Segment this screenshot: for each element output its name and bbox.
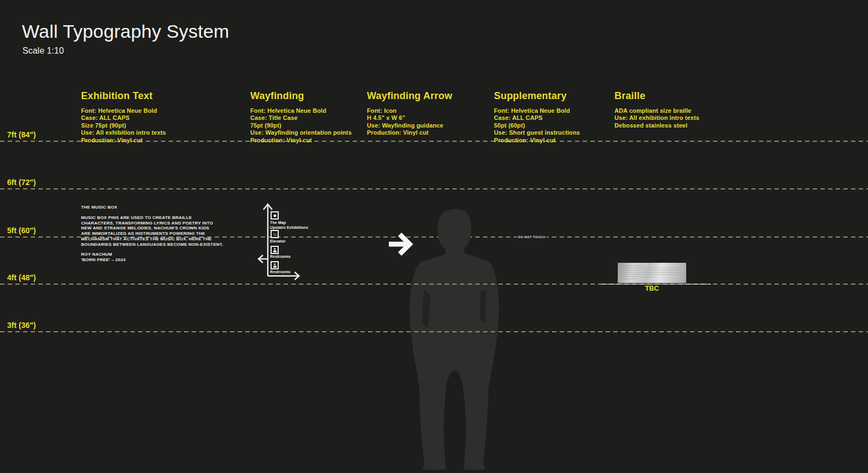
spec-line: Font: Helvetica Neue Bold [250, 107, 352, 114]
page-title: Wall Typography System [22, 21, 229, 42]
braille-dots-row [621, 269, 679, 271]
spec-line: Production: Vinyl cut [250, 137, 352, 144]
spec-column-title: Exhibition Text [81, 90, 166, 102]
wayfinding-arrow-sample [386, 233, 417, 256]
restroom-person-icon [271, 261, 279, 269]
height-label-7ft: 7ft (84") [7, 130, 36, 139]
spec-line: ADA compliant size braille [614, 107, 699, 114]
spec-line: Use: Wayfinding orientation points [250, 129, 352, 136]
spec-line: 50pt (60pt) [494, 122, 580, 129]
height-label-5ft: 5ft (60") [7, 226, 36, 235]
spec-line: Use: All exhibition intro texts [81, 129, 166, 136]
silhouette-body [410, 209, 499, 470]
spec-column-lines: Font: Helvetica Neue BoldCase: ALL CAPS5… [494, 107, 580, 144]
spec-line: Use: Wayfinding guidance [367, 122, 452, 129]
spec-line: Use: Short guest instructions [494, 129, 580, 136]
exhibit-heading: THE MUSIC BOX [81, 205, 223, 210]
spec-column-wayfinding-arrow: Wayfinding Arrow Font: IconH 4.5" x W 6"… [367, 90, 452, 137]
map-dot-icon [271, 211, 279, 220]
spec-line: Font: Icon [367, 107, 452, 114]
exhibit-credit: ROY NACHUM 'BORN FREE' – 2024 [81, 252, 223, 262]
height-label-3ft: 3ft (36") [7, 321, 36, 330]
spec-column-lines: ADA compliant size brailleUse: All exhib… [614, 107, 699, 129]
spec-column-lines: Font: Helvetica Neue BoldCase: ALL CAPSS… [81, 107, 166, 144]
human-silhouette [405, 208, 504, 473]
plaque-caption: TBC [618, 285, 686, 292]
height-line-6ft [0, 188, 868, 189]
scale-label: Scale 1:10 [22, 46, 64, 56]
spec-column-exhibition-text: Exhibition Text Font: Helvetica Neue Bol… [81, 90, 166, 144]
spec-line: 75pt (90pt) [250, 122, 352, 129]
spec-column-title: Braille [614, 90, 699, 102]
height-label-6ft: 6ft (72") [7, 178, 36, 187]
spec-column-wayfinding: Wayfinding Font: Helvetica Neue BoldCase… [250, 90, 352, 144]
spec-column-lines: Font: IconH 4.5" x W 6"Use: Wayfinding g… [367, 107, 452, 137]
wall-typography-poster: Wall Typography System Scale 1:10 7ft (8… [0, 0, 868, 473]
spec-column-title: Wayfinding Arrow [367, 90, 452, 102]
spec-line: Production: Vinyl cut [81, 137, 166, 144]
elevator-icon [271, 230, 279, 238]
spec-column-braille: Braille ADA compliant size brailleUse: A… [614, 90, 699, 129]
braille-plaque [618, 263, 686, 283]
silhouette-right-arm-gap [480, 290, 486, 324]
exhibit-body: MUSIC BOX PINS ARE USED TO CREATE BRAILL… [81, 215, 223, 247]
braille-dots-row [621, 272, 681, 273]
restroom-person-icon [271, 246, 279, 254]
braille-dots-row [621, 278, 637, 280]
height-label-4ft: 4ft (48") [7, 273, 36, 282]
spec-line: Size 75pt (90pt) [81, 122, 166, 129]
spec-line: Debossed stainless steel [614, 122, 699, 129]
sign-label-the-map: The Map [270, 221, 286, 224]
sign-label-upstairs-exhibitions: Upstairs Exhibitions [270, 226, 308, 229]
braille-dots-row [621, 276, 653, 278]
height-line-3ft [0, 331, 868, 332]
spec-line: Case: ALL CAPS [81, 114, 166, 122]
spec-column-supplementary: Supplementary Font: Helvetica Neue BoldC… [494, 90, 580, 144]
braille-dots-row [621, 267, 680, 269]
spec-line: Production: Vinyl cut [367, 129, 452, 136]
exhibition-text-sample: THE MUSIC BOX MUSIC BOX PINS ARE USED TO… [81, 205, 223, 263]
spec-column-lines: Font: Helvetica Neue BoldCase: Title Cas… [250, 107, 352, 144]
spec-column-title: Supplementary [494, 90, 580, 102]
sign-label-elevator: Elevator [270, 239, 285, 243]
spec-line: Case: ALL CAPS [494, 114, 580, 122]
braille-dots-row [621, 265, 643, 267]
spec-column-title: Wayfinding [250, 90, 352, 102]
spec-line: Use: All exhibition intro texts [614, 114, 699, 122]
spec-line: Case: Title Case [250, 114, 352, 122]
do-not-touch-sample: DO NOT TOUCH [517, 235, 547, 239]
height-line-4ft [0, 284, 868, 285]
sign-label-restrooms-2: Restrooms [270, 270, 290, 274]
spec-line: Font: Helvetica Neue Bold [81, 107, 166, 114]
braille-dots-row [621, 274, 677, 275]
spec-line: Font: Helvetica Neue Bold [494, 107, 580, 114]
spec-line: H 4.5" x W 6" [367, 114, 452, 122]
spec-line: Production: Vinyl cut [494, 137, 580, 144]
sign-label-restrooms-1: Restrooms [270, 255, 290, 258]
